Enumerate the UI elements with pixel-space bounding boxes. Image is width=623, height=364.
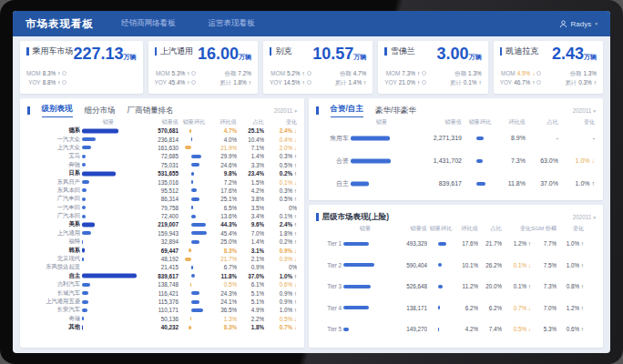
- segment-table-body: 德系570,6814.7%25.1%2.4% ↓一汽大众236,8144.0%1…: [27, 126, 297, 331]
- sales-bar: [82, 146, 91, 149]
- sales-bar-cell: [80, 161, 137, 169]
- metric-label: 份额: [454, 69, 466, 78]
- row-label: 奇瑞: [27, 315, 80, 323]
- kpi-name-text: 别克: [275, 46, 291, 57]
- table-row: Tier 5149,2704.2%7.4%0.5% ↓5.3%0.6% ↑: [316, 318, 596, 340]
- sales-bar-cell: [80, 178, 137, 187]
- sgm-share-value: 7.3%: [531, 283, 557, 289]
- kpi-metric-column: MOM5.2%↑YOY14.5%↑: [270, 69, 312, 86]
- sales-bar: [82, 258, 84, 261]
- date-filter[interactable]: 202011▾: [573, 107, 596, 114]
- change-value: 1.0% ↑: [557, 240, 584, 247]
- tab-sub-market[interactable]: 细分市场: [85, 106, 116, 116]
- share-value: 37.0%: [526, 180, 558, 187]
- kpi-value: 3.00万辆: [437, 46, 482, 66]
- tab-oem-sales-rank[interactable]: 厂商销量排名: [128, 106, 174, 116]
- metric-value: 5.3%: [172, 69, 186, 78]
- sales-bar-cell: [80, 195, 137, 203]
- metric-label: YOY: [384, 78, 397, 87]
- nav-tab-dealer-network[interactable]: 经销商网络看板: [121, 18, 176, 29]
- kpi-unit: 万辆: [469, 54, 482, 60]
- mom-value: 0.5%: [209, 281, 237, 288]
- sales-bar-cell: [80, 220, 137, 228]
- kpi-name-text: 凯迪拉克: [506, 46, 538, 57]
- nav-tab-operations[interactable]: 运营表现看板: [209, 18, 255, 29]
- sales-bar: [82, 283, 90, 287]
- share-value: 6.1%: [237, 281, 264, 288]
- kpi-card[interactable]: 雪佛兰3.00万辆MOM7.3%↑YOY21.0%↑份额1.3%累计0.1%↑: [378, 41, 487, 94]
- kpi-card[interactable]: 上汽通用16.00万辆MOM5.3%↑YOY45.4%↑份额7.2%累计1.8%…: [148, 41, 258, 94]
- mom-bar-cell: [179, 136, 209, 144]
- mom-bar-cell: [462, 157, 498, 165]
- kpi-card-metrics: MOM4.9%↓YOY46.7%↑份额1.3%累计0.3%↑: [500, 69, 597, 86]
- kpi-card-metrics: MOM8.3%↑YOY8.8%↑: [26, 69, 137, 86]
- change-value: 0.1% ↑: [502, 283, 531, 289]
- mom-bar: [438, 285, 443, 288]
- row-label: 其他: [27, 323, 80, 331]
- mom-bar: [191, 206, 193, 209]
- metric-value: 7.2%: [238, 69, 251, 78]
- joint-table-body: 乘用车2,271,3198.9%--合资1,431,7027.3%63.0%1.…: [316, 126, 596, 195]
- mom-bar: [191, 215, 196, 218]
- change-value: 1.2% ↑: [557, 305, 584, 311]
- kpi-card[interactable]: 乘用车市场227.13万辆MOM8.3%↑YOY8.8%↑: [20, 41, 143, 94]
- mom-bar: [191, 274, 195, 278]
- metric-label: MOM: [386, 69, 401, 78]
- row-label: 东风本田: [27, 187, 80, 195]
- sales-value: 570,681: [137, 127, 179, 134]
- mom-bar: [438, 242, 446, 246]
- tier-panel-title: 层级市场表现(上险): [322, 212, 390, 223]
- kpi-accent-bar: [155, 47, 158, 56]
- date-filter[interactable]: 202011▾: [573, 214, 596, 220]
- up-arrow-icon: ↑: [249, 78, 251, 87]
- sgm-share-value: 5.3%: [531, 326, 557, 332]
- up-arrow-icon: ↑: [417, 78, 420, 87]
- mom-bar-cell: [179, 178, 209, 187]
- tab-level-performance[interactable]: 级别表现: [42, 104, 73, 117]
- table-row: 一汽丰田79,7586.5%3.5%0%: [27, 204, 297, 212]
- change-value: 2.0% ↓: [264, 145, 297, 151]
- sales-bar: [82, 188, 87, 192]
- panel-accent-bar: [316, 106, 319, 115]
- kpi-side-line: 累计0.1%↑: [450, 78, 482, 87]
- kpi-card[interactable]: 凯迪拉克2.43万辆MOM4.9%↓YOY46.7%↑份额1.3%累计0.3%↑: [494, 41, 603, 94]
- sales-bar: [82, 300, 88, 304]
- tab-joint-domestic[interactable]: 合资/自主: [331, 104, 363, 117]
- sales-value: 219,007: [137, 221, 179, 228]
- table-row: 乘用车2,271,3198.9%--: [316, 126, 596, 149]
- metric-value: 21.0%: [399, 78, 415, 87]
- row-label: 吉利汽车: [27, 280, 80, 288]
- table-row: 东风本田95,51217.6%4.2%0.3% ↑: [27, 187, 297, 195]
- tab-luxury-nonluxury[interactable]: 豪华/非豪华: [375, 106, 416, 116]
- table-row: 上汽通用159,94345.4%7.0%1.8% ↑: [27, 229, 297, 238]
- col-sales-value: 销量值: [389, 225, 427, 233]
- kpi-card[interactable]: 别克10.57万辆MOM5.2%↑YOY14.5%↑份额4.7%累计1.4%↑: [263, 41, 373, 94]
- col-sales: 销量: [80, 118, 137, 126]
- date-filter[interactable]: 202011▾: [274, 107, 297, 114]
- change-value: 1.0% ↑: [264, 273, 297, 279]
- mom-bar: [191, 300, 199, 304]
- metric-label: 累计: [450, 78, 462, 87]
- sales-value: 839,617: [414, 180, 462, 187]
- kpi-unit: 万辆: [239, 54, 251, 60]
- tier-panel-header: 层级市场表现(上险) 202011▾: [316, 209, 596, 225]
- mom-bar-cell: [179, 220, 209, 228]
- share-value: 7.4%: [478, 326, 502, 332]
- mom-bar: [191, 172, 195, 176]
- up-arrow-icon: ↑: [417, 69, 420, 78]
- share-value: 3.4%: [237, 213, 264, 219]
- table-row: 上汽大众161,63021.9%7.1%2.0% ↓: [27, 144, 297, 152]
- change-value: 0.6% ↑: [557, 326, 584, 332]
- user-menu[interactable]: Radys ▾: [559, 20, 597, 28]
- mom-bar-cell: [179, 169, 209, 177]
- sales-value: 75,031: [137, 162, 179, 168]
- row-label: Tier 5: [316, 326, 342, 332]
- change-value: 0.5% ↓: [264, 316, 297, 322]
- mom-value: 4.7%: [209, 127, 237, 134]
- sgm-share-value: 7.7%: [531, 240, 557, 247]
- col-sales-mom: 销量环比: [427, 225, 454, 233]
- mom-bar: [190, 283, 191, 287]
- mom-value: 7.3%: [498, 157, 526, 164]
- metric-value: 4.9%: [517, 69, 531, 78]
- sales-value: 138,748: [137, 281, 179, 288]
